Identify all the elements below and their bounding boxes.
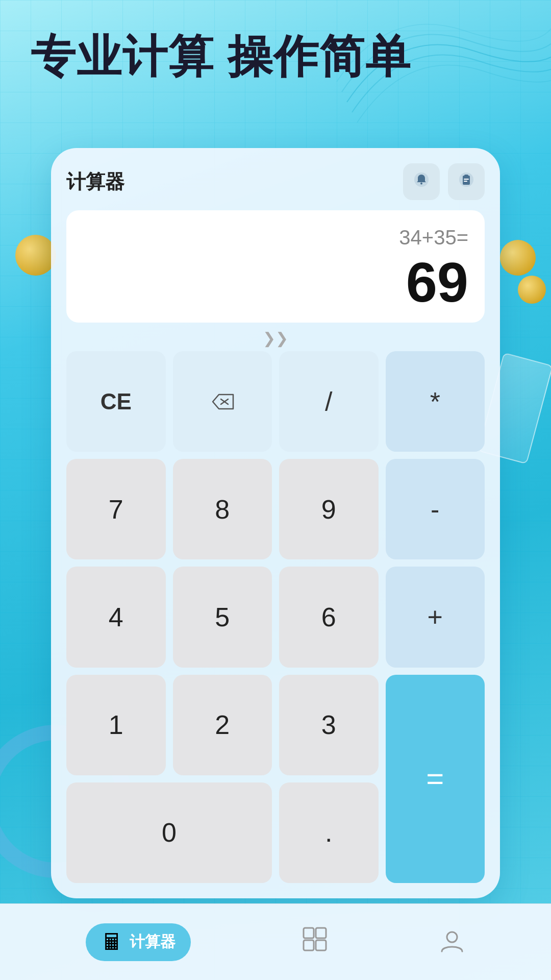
nav-item-profile[interactable] — [439, 928, 465, 957]
key-8[interactable]: 8 — [173, 459, 272, 559]
svg-rect-4 — [464, 175, 468, 177]
key-add[interactable]: + — [386, 567, 485, 667]
history-icon-button[interactable] — [448, 163, 485, 200]
header-icons — [403, 163, 485, 200]
key-decimal[interactable]: . — [279, 782, 379, 883]
gold-sphere-1 — [15, 235, 56, 276]
calculator-header: 计算器 — [66, 163, 485, 200]
profile-nav-icon — [439, 928, 465, 957]
unit-nav-icon — [302, 926, 328, 958]
gold-sphere-2 — [500, 240, 536, 276]
page-title: 专业计算 操作简单 — [31, 31, 520, 82]
keypad: CE / * 7 8 9 - 4 5 6 + 1 2 3 = 0 . — [66, 351, 485, 883]
display-expression: 34+35= — [399, 226, 468, 249]
nav-item-calculator[interactable]: 🖩 计算器 — [86, 923, 191, 961]
nav-item-unit[interactable] — [302, 926, 328, 958]
history-icon — [457, 170, 475, 193]
key-0[interactable]: 0 — [66, 782, 272, 883]
key-6[interactable]: 6 — [279, 567, 379, 667]
key-7[interactable]: 7 — [66, 459, 166, 559]
notification-icon — [412, 170, 431, 193]
nav-label-calculator: 计算器 — [130, 932, 176, 952]
key-ce[interactable]: CE — [66, 351, 166, 452]
key-subtract[interactable]: - — [386, 459, 485, 559]
svg-rect-9 — [304, 928, 314, 938]
svg-rect-5 — [464, 179, 469, 180]
key-9[interactable]: 9 — [279, 459, 379, 559]
expand-indicator[interactable]: ❯❯ — [66, 331, 485, 346]
svg-rect-12 — [316, 940, 326, 950]
key-backspace[interactable] — [173, 351, 272, 452]
svg-rect-6 — [464, 181, 467, 182]
notification-icon-button[interactable] — [403, 163, 440, 200]
key-2[interactable]: 2 — [173, 675, 272, 775]
calculator-nav-icon: 🖩 — [101, 929, 123, 955]
svg-rect-3 — [463, 176, 470, 185]
key-equals[interactable]: = — [386, 675, 485, 883]
svg-point-13 — [447, 932, 457, 942]
key-multiply[interactable]: * — [386, 351, 485, 452]
key-1[interactable]: 1 — [66, 675, 166, 775]
calculator-title: 计算器 — [66, 169, 124, 195]
svg-rect-10 — [316, 928, 326, 938]
calculator-card: 计算器 — [51, 148, 500, 898]
key-5[interactable]: 5 — [173, 567, 272, 667]
key-4[interactable]: 4 — [66, 567, 166, 667]
calculator-display: 34+35= 69 — [66, 210, 485, 323]
svg-point-1 — [420, 183, 422, 185]
gold-sphere-3 — [518, 276, 546, 304]
chevron-down-icon: ❯❯ — [263, 331, 288, 346]
svg-rect-11 — [304, 940, 314, 950]
display-result: 69 — [406, 254, 468, 310]
key-divide[interactable]: / — [279, 351, 379, 452]
bottom-navigation: 🖩 计算器 — [0, 903, 551, 980]
key-3[interactable]: 3 — [279, 675, 379, 775]
